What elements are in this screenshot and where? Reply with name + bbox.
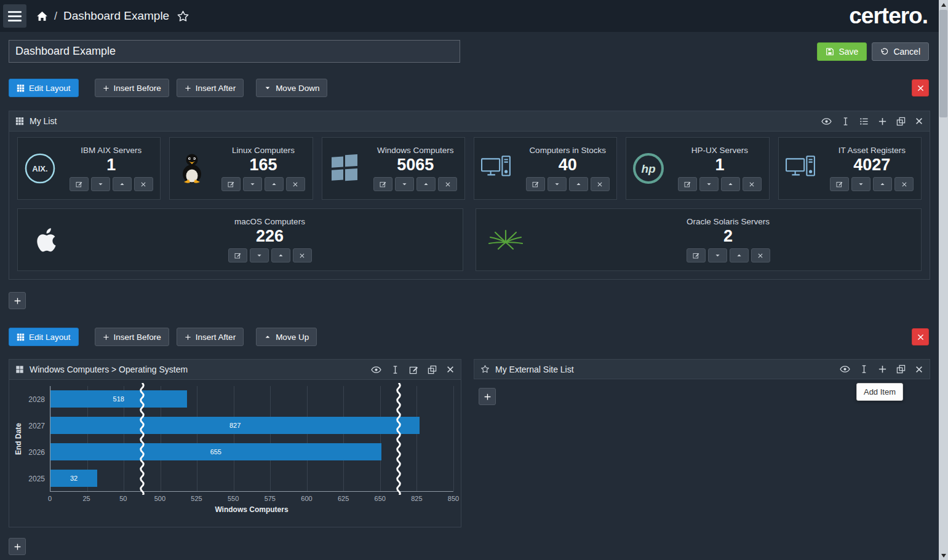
tile-edit-button[interactable]	[221, 177, 241, 191]
tile-remove-button[interactable]	[743, 177, 762, 191]
tile-edit-button[interactable]	[526, 177, 545, 191]
tile-value: 165	[214, 156, 312, 175]
edit-layout-label: Edit Layout	[29, 84, 71, 93]
text-cursor-icon[interactable]	[859, 365, 869, 374]
add-widget-button[interactable]	[9, 292, 26, 309]
tile-remove-button[interactable]	[894, 177, 914, 191]
tile-dropdown-button[interactable]	[851, 177, 870, 191]
scrollbar-thumb[interactable]	[939, 10, 947, 117]
add-section-button[interactable]	[9, 538, 26, 555]
tile-collapse-button[interactable]	[721, 177, 740, 191]
tile-remove-button[interactable]	[134, 177, 153, 191]
add-icon[interactable]	[878, 365, 887, 374]
chart-x-axis-title: Windows Computers	[50, 504, 453, 514]
scroll-down-arrow[interactable]	[939, 551, 948, 560]
tile-dropdown-button[interactable]	[243, 177, 262, 191]
list-icon[interactable]	[859, 117, 869, 126]
remove-section-button[interactable]	[912, 328, 929, 345]
favorite-star-icon[interactable]	[177, 10, 189, 23]
tile-remove-button[interactable]	[751, 248, 770, 262]
add-external-item-button[interactable]	[479, 388, 496, 405]
bar-value-label: 827	[229, 422, 241, 429]
tile-title: Windows Computers	[367, 146, 464, 155]
tile-computers-in-stocks: Computers in Stocks 40	[474, 137, 617, 200]
tile-dropdown-button[interactable]	[91, 177, 110, 191]
tile-dropdown-button[interactable]	[548, 177, 567, 191]
tile-edit-button[interactable]	[373, 177, 392, 191]
save-button[interactable]: Save	[817, 42, 867, 61]
eye-icon[interactable]	[371, 365, 381, 375]
add-icon[interactable]	[878, 117, 887, 126]
vertical-scrollbar[interactable]	[939, 0, 948, 560]
tiles-container: AIX. IBM AIX Servers 1	[9, 132, 930, 279]
move-up-button[interactable]: Move Up	[256, 328, 317, 346]
certero-logo: certero.	[849, 3, 928, 29]
edit-layout-button[interactable]: Edit Layout	[9, 328, 79, 346]
close-icon[interactable]	[915, 365, 923, 374]
insert-after-button[interactable]: Insert After	[177, 328, 244, 346]
tile-collapse-button[interactable]	[873, 177, 892, 191]
copy-icon[interactable]	[896, 117, 906, 126]
scroll-up-arrow[interactable]	[939, 0, 948, 9]
tile-remove-button[interactable]	[293, 248, 312, 262]
eye-icon[interactable]	[840, 364, 850, 374]
bar-value-label: 32	[70, 475, 78, 482]
bottom-section-toolbar: Edit Layout Insert Before Insert After M…	[9, 328, 929, 346]
x-tick-label: 825	[411, 495, 422, 502]
x-tick-label: 50	[119, 495, 127, 502]
copy-icon[interactable]	[896, 365, 906, 374]
svg-text:hp: hp	[642, 162, 656, 175]
tile-edit-button[interactable]	[830, 177, 849, 191]
tile-edit-button[interactable]	[70, 177, 89, 191]
text-cursor-icon[interactable]	[391, 365, 400, 374]
hamburger-menu-icon[interactable]	[3, 4, 26, 28]
close-icon[interactable]	[915, 117, 923, 125]
tile-collapse-button[interactable]	[416, 177, 436, 191]
insert-before-button[interactable]: Insert Before	[95, 79, 169, 97]
text-cursor-icon[interactable]	[841, 117, 850, 126]
apple-icon	[18, 224, 77, 256]
insert-after-label: Insert After	[196, 84, 236, 93]
move-down-button[interactable]: Move Down	[256, 79, 327, 97]
tile-title: macOS Computers	[77, 217, 463, 226]
tile-edit-button[interactable]	[228, 248, 247, 262]
tile-edit-button[interactable]	[678, 177, 697, 191]
tile-title: IBM AIX Servers	[62, 146, 160, 155]
cancel-button[interactable]: Cancel	[872, 42, 929, 61]
tile-remove-button[interactable]	[591, 177, 610, 191]
x-tick-label: 0	[48, 495, 52, 502]
tile-windows-computers: Windows Computers 5065	[322, 137, 465, 200]
tile-ibm-aix-servers: AIX. IBM AIX Servers 1	[17, 137, 161, 200]
chart-panel-title: Windows Computers > Operating System	[30, 365, 188, 374]
tile-dropdown-button[interactable]	[250, 248, 269, 262]
close-icon[interactable]	[446, 365, 455, 374]
copy-icon[interactable]	[428, 365, 437, 374]
tile-collapse-button[interactable]	[569, 177, 588, 191]
x-tick-label: 500	[154, 495, 165, 502]
tile-remove-button[interactable]	[286, 177, 305, 191]
edit-icon[interactable]	[409, 365, 418, 374]
home-icon[interactable]	[36, 10, 48, 22]
x-tick-label: 600	[301, 495, 312, 502]
tile-collapse-button[interactable]	[265, 177, 284, 191]
breadcrumb-separator: /	[54, 10, 57, 23]
chart-area: End Date 2028202720262025 51882765532 02…	[9, 380, 461, 527]
remove-section-button[interactable]	[912, 79, 929, 97]
tile-collapse-button[interactable]	[113, 177, 132, 191]
insert-after-button[interactable]: Insert After	[177, 79, 244, 97]
y-tick-label: 2028	[24, 386, 50, 412]
tile-collapse-button[interactable]	[730, 248, 749, 262]
tile-dropdown-button[interactable]	[708, 248, 727, 262]
edit-layout-button[interactable]: Edit Layout	[9, 79, 79, 97]
tile-dropdown-button[interactable]	[699, 177, 719, 191]
x-tick-label: 650	[375, 495, 386, 502]
dashboard-name-input[interactable]	[9, 40, 460, 63]
title-row: Save Cancel	[0, 32, 939, 71]
hp-icon: hp	[626, 152, 671, 184]
insert-before-button[interactable]: Insert Before	[95, 328, 169, 346]
tile-collapse-button[interactable]	[271, 248, 290, 262]
tile-edit-button[interactable]	[687, 248, 706, 262]
tile-dropdown-button[interactable]	[395, 177, 414, 191]
eye-icon[interactable]	[821, 116, 832, 127]
tile-remove-button[interactable]	[438, 177, 457, 191]
